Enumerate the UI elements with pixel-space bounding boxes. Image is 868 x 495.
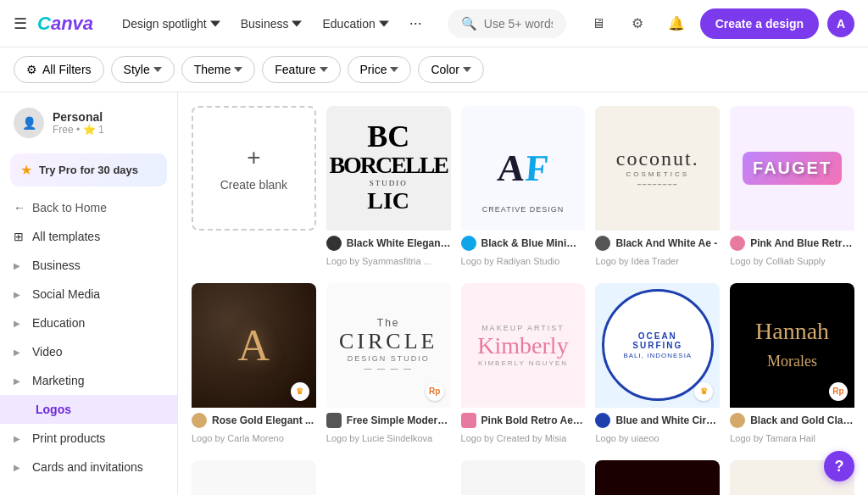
create-blank-label: Create blank <box>220 178 287 192</box>
card-author: Logo by Carla Moreno <box>192 433 284 443</box>
sidebar-item-print-products[interactable]: ▶ Print products <box>0 424 177 453</box>
price-filter-button[interactable]: Price <box>348 56 412 83</box>
search-bar[interactable]: 🔍 <box>448 9 566 38</box>
nav-education[interactable]: Education <box>314 12 397 36</box>
sidebar-item-cards-invitations[interactable]: ▶ Cards and invitations <box>0 453 177 481</box>
card-title: Rose Gold Elegant ... <box>212 414 314 426</box>
search-icon: 🔍 <box>461 16 477 31</box>
settings-icon[interactable]: ⚙ <box>622 8 653 39</box>
template-card-r-logo[interactable]: R <box>326 460 451 495</box>
templates-grid: + Create blank BC BORCELLE STUDIO LIC <box>192 106 854 495</box>
monitor-icon[interactable]: 🖥 <box>583 8 614 39</box>
chevron-right-icon: ▶ <box>14 463 20 472</box>
sidebar-item-education[interactable]: ▶ Education <box>0 309 177 337</box>
chevron-right-icon: ▶ <box>14 290 20 299</box>
sidebar-item-social-media[interactable]: ▶ Social Media <box>0 280 177 309</box>
card-author: Logo by uiaeoo <box>595 433 659 443</box>
sidebar-item-video[interactable]: ▶ Video <box>0 337 177 366</box>
filter-icon: ⚙ <box>26 63 37 76</box>
user-avatar: 👤 <box>14 108 44 138</box>
template-card-sabrina[interactable]: Sabrina <box>192 460 316 495</box>
sidebar-item-all-templates[interactable]: ⊞ All templates <box>0 222 177 251</box>
card-author: Logo by Tamara Hail <box>730 433 815 443</box>
pro-cta-button[interactable]: ★ Try Pro for 30 days <box>10 153 167 186</box>
avatar[interactable]: A <box>827 10 854 37</box>
template-card-af[interactable]: AF CREATIVE DESIGN Black & Blue Minima..… <box>461 106 586 273</box>
main-layout: 👤 Personal Free • ⭐ 1 ★ Try Pro for 30 d… <box>0 92 868 495</box>
card-title: Free Simple Modern... <box>347 414 451 426</box>
card-title: Black and Gold Clas... <box>750 414 854 426</box>
card-title: Blue and White Circl... <box>615 414 720 426</box>
template-card-circle[interactable]: The CIRCLE DESIGN STUDIO — — — — Rp Free… <box>326 283 451 450</box>
back-to-home-button[interactable]: ← Back to Home <box>0 193 177 222</box>
user-plan: Free • ⭐ 1 <box>53 124 104 136</box>
nav-items: Design spotlight Business Education ··· <box>114 9 431 37</box>
plus-icon: + <box>247 144 260 171</box>
bell-icon[interactable]: 🔔 <box>661 8 692 39</box>
user-info: Personal Free • ⭐ 1 <box>53 110 104 136</box>
back-arrow-icon: ← <box>14 201 25 214</box>
sidebar-item-logos[interactable]: Logos <box>0 395 177 424</box>
pro-cta-label: Try Pro for 30 days <box>39 164 138 176</box>
template-card-kimberly[interactable]: MAKEUP ARTIST Kimberly KIMBERLY NGUYEN P… <box>461 283 586 450</box>
search-input[interactable] <box>484 17 553 31</box>
chevron-right-icon: ▶ <box>14 348 20 357</box>
card-title: Black White Elegant ... <box>347 237 451 249</box>
card-author: Logo by Idea Trader <box>595 256 678 266</box>
sidebar-item-marketing[interactable]: ▶ Marketing <box>0 366 177 395</box>
template-card-dani[interactable]: DANI <box>461 460 586 495</box>
sidebar: 👤 Personal Free • ⭐ 1 ★ Try Pro for 30 d… <box>0 92 178 495</box>
card-title: Pink Bold Retro Aes... <box>481 414 586 426</box>
style-filter-button[interactable]: Style <box>111 56 175 83</box>
sidebar-user[interactable]: 👤 Personal Free • ⭐ 1 <box>0 99 177 147</box>
create-blank-card[interactable]: + Create blank <box>192 106 316 273</box>
all-filters-button[interactable]: ⚙ All Filters <box>14 56 104 83</box>
chevron-right-icon: ▶ <box>14 261 20 270</box>
chevron-right-icon: ▶ <box>14 434 20 443</box>
help-button[interactable]: ? <box>824 451 854 481</box>
card-title: Pink And Blue Retro ... <box>750 237 854 249</box>
theme-filter-button[interactable]: Theme <box>181 56 256 83</box>
chevron-right-icon: ▶ <box>14 376 20 386</box>
top-nav: ☰ Canva Design spotlight Business Educat… <box>0 0 868 47</box>
username: Personal <box>53 110 104 124</box>
card-author: Logo by Radiyan Studio <box>461 256 560 266</box>
template-card-ocean[interactable]: OCEANSURFING BALI, INDONESIA ♛ Blue and … <box>595 283 720 450</box>
sidebar-item-business[interactable]: ▶ Business <box>0 251 177 280</box>
template-card-rose-gold[interactable]: A ♛ Rose Gold Elegant ... Logo by Carla … <box>192 283 316 450</box>
card-author: Logo by Syammasfitria ... <box>326 256 431 266</box>
sidebar-item-create-team[interactable]: 👥 Create a team <box>0 488 177 495</box>
chevron-right-icon: ▶ <box>14 319 20 328</box>
nav-right-actions: 🖥 ⚙ 🔔 Create a design A <box>583 8 854 39</box>
card-author: Logo by Created by Misia <box>461 433 567 443</box>
card-title: Black And White Ae - <box>615 237 717 249</box>
nav-more-icon[interactable]: ··· <box>401 9 431 37</box>
nav-business[interactable]: Business <box>232 12 311 36</box>
template-card-hannah[interactable]: HannahMorales Rp Black and Gold Clas... … <box>730 283 854 450</box>
template-card-borcelle[interactable]: BC BORCELLE STUDIO LIC Black White Elega… <box>326 106 451 273</box>
card-author: Logo by Colliab Supply <box>730 256 826 266</box>
star-icon: ★ <box>20 162 32 178</box>
grid-icon: ⊞ <box>14 230 24 243</box>
template-card-coconut[interactable]: coconut. COSMETICS ━━━━━━━━ Black And Wh… <box>595 106 720 273</box>
create-design-button[interactable]: Create a design <box>700 8 819 39</box>
card-author: Logo by Lucie Sindelkova <box>326 433 432 443</box>
filter-bar: ⚙ All Filters Style Theme Feature Price … <box>0 47 868 92</box>
color-filter-button[interactable]: Color <box>418 56 483 83</box>
template-card-fauget[interactable]: FAUGET Pink And Blue Retro ... Logo by C… <box>730 106 854 273</box>
template-card-superboy[interactable]: SUPERBOY <box>595 460 720 495</box>
content-area: + Create blank BC BORCELLE STUDIO LIC <box>178 92 868 495</box>
canva-logo[interactable]: Canva <box>37 13 93 35</box>
hamburger-icon[interactable]: ☰ <box>14 14 27 33</box>
feature-filter-button[interactable]: Feature <box>262 56 340 83</box>
card-title: Black & Blue Minima... <box>481 237 586 249</box>
nav-design-spotlight[interactable]: Design spotlight <box>114 12 229 36</box>
